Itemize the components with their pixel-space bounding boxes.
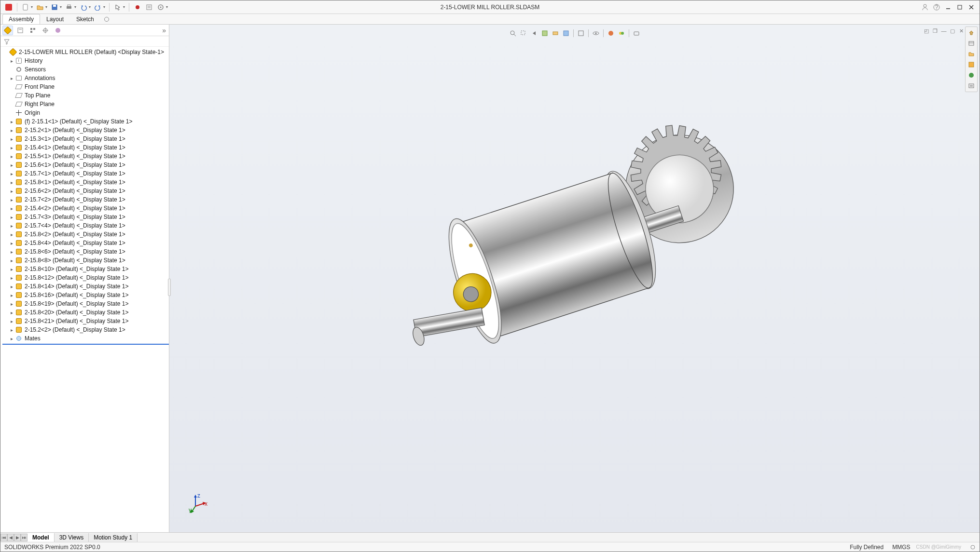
display-manager-tab[interactable]: [53, 26, 63, 35]
tree-component[interactable]: ▸2-15.2<2> (Default) <_Display State 1>: [2, 325, 169, 334]
display-style-icon[interactable]: [576, 28, 586, 38]
dropdown-icon[interactable]: ▾: [45, 5, 47, 9]
dropdown-icon[interactable]: ▾: [31, 5, 33, 9]
view-palette-icon[interactable]: [966, 60, 976, 69]
tree-component[interactable]: ▸2-15.4<1> (Default) <_Display State 1>: [2, 143, 169, 152]
last-tab-button[interactable]: ⏭: [21, 534, 28, 541]
tree-component[interactable]: ▸2-15.8<20> (Default) <_Display State 1>: [2, 308, 169, 317]
doc-minimize-button[interactable]: —: [940, 27, 948, 34]
tree-component[interactable]: ▸2-15.7<2> (Default) <_Display State 1>: [2, 195, 169, 204]
save-button[interactable]: [49, 2, 60, 13]
design-library-icon[interactable]: [966, 39, 976, 48]
doc-pin-icon[interactable]: ◰: [923, 27, 930, 34]
more-managers-icon[interactable]: »: [162, 27, 166, 34]
zoom-to-fit-icon[interactable]: [508, 28, 518, 38]
doc-restore-icon[interactable]: ❐: [931, 27, 939, 34]
dropdown-icon[interactable]: ▾: [60, 5, 62, 9]
undo-button[interactable]: [78, 2, 89, 13]
tree-component[interactable]: ▸2-15.2<1> (Default) <_Display State 1>: [2, 126, 169, 135]
tab-model[interactable]: Model: [28, 533, 55, 542]
select-button[interactable]: [112, 2, 123, 13]
tree-component[interactable]: ▸2-15.4<2> (Default) <_Display State 1>: [2, 204, 169, 213]
appearances-icon[interactable]: [966, 70, 976, 80]
tree-mates[interactable]: ▸ Mates: [2, 334, 169, 343]
dimxpert-manager-tab[interactable]: [40, 26, 51, 35]
feature-tree[interactable]: 2-15-LOWER MILL ROLLER (Default) <Displa…: [0, 47, 169, 532]
tree-item[interactable]: Right Plane: [2, 100, 169, 108]
first-tab-button[interactable]: ⏮: [0, 534, 7, 541]
tree-component[interactable]: ▸2-15.7<1> (Default) <_Display State 1>: [2, 169, 169, 178]
doc-close-button[interactable]: ✕: [957, 27, 965, 34]
panel-splitter[interactable]: [168, 279, 171, 296]
redo-button[interactable]: [93, 2, 103, 13]
tree-component[interactable]: ▸2-15.8<6> (Default) <_Display State 1>: [2, 247, 169, 256]
doc-maximize-button[interactable]: ▢: [949, 27, 956, 34]
tree-component[interactable]: ▸2-15.8<1> (Default) <_Display State 1>: [2, 178, 169, 187]
zoom-to-area-icon[interactable]: [519, 28, 528, 38]
apply-scene-icon[interactable]: [617, 28, 626, 38]
status-options-icon[interactable]: [970, 544, 976, 550]
help-icon[interactable]: ?: [931, 2, 942, 13]
file-explorer-icon[interactable]: [966, 49, 976, 59]
custom-properties-icon[interactable]: [966, 81, 976, 91]
tree-component[interactable]: ▸2-15.6<2> (Default) <_Display State 1>: [2, 187, 169, 195]
dropdown-icon[interactable]: ▾: [74, 5, 76, 9]
filter-icon[interactable]: [3, 38, 10, 45]
tree-root-assembly[interactable]: 2-15-LOWER MILL ROLLER (Default) <Displa…: [2, 48, 169, 56]
rebuild-button[interactable]: [132, 2, 143, 13]
open-file-button[interactable]: [35, 2, 45, 13]
tree-item[interactable]: Sensors: [2, 65, 169, 74]
minimize-button[interactable]: [943, 2, 953, 13]
tree-component[interactable]: ▸2-15.8<10> (Default) <_Display State 1>: [2, 265, 169, 273]
tree-item[interactable]: ▸Annotations: [2, 74, 169, 82]
user-account-icon[interactable]: [920, 2, 930, 13]
section-view-icon[interactable]: [540, 28, 550, 38]
maximize-button[interactable]: [954, 2, 965, 13]
previous-view-icon[interactable]: [529, 28, 539, 38]
tree-component[interactable]: ▸2-15.8<2> (Default) <_Display State 1>: [2, 230, 169, 239]
file-properties-button[interactable]: [144, 2, 154, 13]
tree-item[interactable]: ▸History: [2, 56, 169, 65]
rollback-bar[interactable]: [2, 344, 169, 345]
configuration-manager-tab[interactable]: [28, 26, 38, 35]
close-button[interactable]: [966, 2, 977, 13]
feature-manager-tab[interactable]: [2, 26, 13, 35]
tree-component[interactable]: ▸(f) 2-15.1<1> (Default) <_Display State…: [2, 117, 169, 126]
prev-tab-button[interactable]: ◀: [7, 534, 14, 541]
tree-component[interactable]: ▸2-15.6<1> (Default) <_Display State 1>: [2, 161, 169, 169]
dynamic-annotation-icon[interactable]: [551, 28, 560, 38]
tree-component[interactable]: ▸2-15.8<4> (Default) <_Display State 1>: [2, 239, 169, 247]
tree-component[interactable]: ▸2-15.8<8> (Default) <_Display State 1>: [2, 256, 169, 265]
tree-component[interactable]: ▸2-15.7<3> (Default) <_Display State 1>: [2, 213, 169, 221]
graphics-viewport[interactable]: ◰ ❐ — ▢ ✕: [169, 25, 980, 532]
solidworks-resources-icon[interactable]: [966, 28, 976, 38]
view-settings-icon[interactable]: [632, 28, 641, 38]
dropdown-icon[interactable]: ▾: [166, 5, 168, 9]
tab-motion-study[interactable]: Motion Study 1: [89, 533, 138, 542]
status-units[interactable]: MMGS: [892, 544, 910, 551]
dropdown-icon[interactable]: ▾: [123, 5, 125, 9]
hide-show-items-icon[interactable]: [591, 28, 601, 38]
tree-component[interactable]: ▸2-15.7<4> (Default) <_Display State 1>: [2, 221, 169, 230]
options-button[interactable]: [155, 2, 166, 13]
property-manager-tab[interactable]: [15, 26, 26, 35]
view-orientation-icon[interactable]: [561, 28, 571, 38]
tab-layout[interactable]: Layout: [40, 14, 70, 24]
tree-item[interactable]: Top Plane: [2, 91, 169, 100]
tree-item[interactable]: Origin: [2, 108, 169, 117]
tree-component[interactable]: ▸2-15.3<1> (Default) <_Display State 1>: [2, 135, 169, 143]
edit-appearance-icon[interactable]: [606, 28, 616, 38]
dropdown-icon[interactable]: ▾: [103, 5, 105, 9]
tab-3d-views[interactable]: 3D Views: [55, 533, 89, 542]
tree-component[interactable]: ▸2-15.8<21> (Default) <_Display State 1>: [2, 317, 169, 325]
tree-component[interactable]: ▸2-15.8<12> (Default) <_Display State 1>: [2, 273, 169, 282]
orientation-triad[interactable]: z x y: [189, 494, 208, 513]
pin-ribbon-icon[interactable]: [104, 17, 109, 22]
print-button[interactable]: [64, 2, 74, 13]
tree-item[interactable]: Front Plane: [2, 82, 169, 91]
tab-assembly[interactable]: Assembly: [2, 14, 40, 24]
tree-component[interactable]: ▸2-15.8<16> (Default) <_Display State 1>: [2, 291, 169, 299]
tab-sketch[interactable]: Sketch: [70, 14, 100, 24]
tree-component[interactable]: ▸2-15.5<1> (Default) <_Display State 1>: [2, 152, 169, 161]
tree-component[interactable]: ▸2-15.8<19> (Default) <_Display State 1>: [2, 299, 169, 308]
